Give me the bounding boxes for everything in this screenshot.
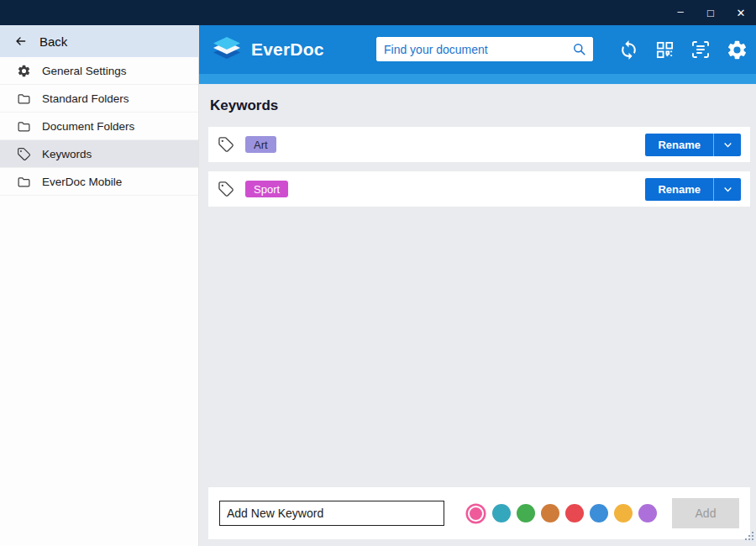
add-keyword-input[interactable] <box>219 501 444 526</box>
app-title: EverDoc <box>251 39 324 60</box>
rename-label[interactable]: Rename <box>645 178 713 201</box>
search-input[interactable] <box>377 38 571 60</box>
keyword-badge: Art <box>245 136 276 153</box>
gear-icon <box>16 64 31 78</box>
back-button[interactable]: Back <box>0 25 198 57</box>
header-actions <box>617 25 748 74</box>
sidebar-item-label: Document Folders <box>42 120 134 133</box>
color-swatch[interactable] <box>565 504 584 522</box>
sync-icon[interactable] <box>617 38 640 61</box>
add-keyword-bar: Add <box>208 487 750 539</box>
search-box <box>376 37 593 61</box>
color-swatch[interactable] <box>541 504 559 522</box>
color-swatch[interactable] <box>614 504 633 522</box>
main-content: Keywords Art Rename Sport Rename <box>199 84 756 546</box>
sidebar-item-document-folders[interactable]: Document Folders <box>0 113 198 140</box>
resize-grip[interactable] <box>743 529 754 544</box>
chevron-down-icon[interactable] <box>713 134 741 156</box>
folder-icon <box>16 119 31 134</box>
back-label: Back <box>39 34 67 49</box>
close-icon: ✕ <box>737 7 746 19</box>
color-swatch[interactable] <box>468 506 484 522</box>
close-button[interactable]: ✕ <box>726 0 756 25</box>
page-title: Keywords <box>210 97 750 114</box>
keyword-row: Art Rename <box>208 127 750 162</box>
color-swatch[interactable] <box>590 504 608 522</box>
qr-code-icon[interactable] <box>653 38 676 61</box>
minimize-button[interactable]: – <box>665 0 696 25</box>
sidebar-item-general-settings[interactable]: General Settings <box>0 57 198 85</box>
rename-label[interactable]: Rename <box>645 134 713 156</box>
search-icon[interactable] <box>571 41 587 57</box>
color-swatch[interactable] <box>517 504 535 522</box>
tag-icon <box>218 136 234 153</box>
scan-icon[interactable] <box>689 38 712 61</box>
tag-icon <box>16 147 31 161</box>
back-arrow-icon <box>13 34 29 48</box>
sidebar-item-keywords[interactable]: Keywords <box>0 140 198 168</box>
minimize-icon: – <box>677 5 683 18</box>
color-swatch[interactable] <box>492 504 511 522</box>
sidebar-item-everdoc-mobile[interactable]: EverDoc Mobile <box>0 168 198 196</box>
sidebar-item-label: Keywords <box>42 148 92 160</box>
header-accent-strip <box>199 74 756 84</box>
add-button[interactable]: Add <box>672 498 739 528</box>
sidebar-item-label: General Settings <box>42 65 127 77</box>
sidebar-item-label: Standard Folders <box>42 92 129 105</box>
color-swatch[interactable] <box>638 504 657 522</box>
rename-button[interactable]: Rename <box>645 178 741 201</box>
title-bar: – □ ✕ <box>0 0 756 25</box>
rename-button[interactable]: Rename <box>645 134 741 156</box>
folder-icon <box>16 175 31 189</box>
chevron-down-icon[interactable] <box>713 178 741 201</box>
folder-icon <box>16 92 31 106</box>
tag-icon <box>218 181 234 197</box>
keyword-badge: Sport <box>245 181 288 197</box>
maximize-button[interactable]: □ <box>696 0 726 25</box>
settings-icon[interactable] <box>725 38 748 61</box>
app-logo <box>210 36 244 63</box>
sidebar-item-standard-folders[interactable]: Standard Folders <box>0 85 198 113</box>
sidebar-item-label: EverDoc Mobile <box>42 176 122 188</box>
app-window: – □ ✕ Back General Settings Standard Fol… <box>0 0 756 546</box>
sidebar: Back General Settings Standard Folders D… <box>0 25 199 546</box>
maximize-icon: □ <box>707 7 714 19</box>
keyword-row: Sport Rename <box>208 171 750 207</box>
color-swatches <box>465 504 657 522</box>
